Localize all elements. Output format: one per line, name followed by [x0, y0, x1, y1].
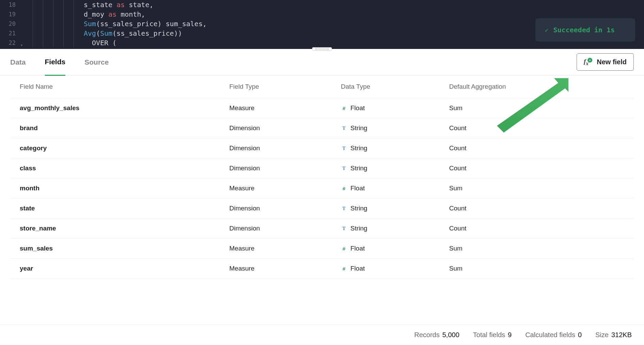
code-content: s_state as state,: [84, 1, 154, 9]
fields-table: Field Name Field Type Data Type Default …: [10, 75, 634, 279]
cell-default-agg: Sum: [449, 98, 634, 118]
cell-field-name: year: [10, 259, 229, 279]
cell-field-name: category: [10, 138, 229, 158]
table-row[interactable]: classDimensionTStringCount: [10, 158, 634, 178]
tab-fields[interactable]: Fields: [45, 49, 66, 76]
col-field-type[interactable]: Field Type: [229, 75, 341, 98]
cell-field-type: Dimension: [229, 118, 341, 138]
cell-default-agg: Sum: [449, 239, 634, 259]
data-type-label: String: [351, 124, 368, 132]
line-number: 19: [0, 11, 22, 18]
new-field-button[interactable]: fx+ New field: [577, 53, 634, 71]
indent-guides: [33, 19, 84, 29]
line-number: 21: [0, 30, 22, 37]
cell-data-type: TString: [341, 118, 449, 138]
table-row[interactable]: store_nameDimensionTStringCount: [10, 219, 634, 239]
cell-field-type: Dimension: [229, 158, 341, 178]
text-icon: T: [341, 145, 347, 151]
table-row[interactable]: categoryDimensionTStringCount: [10, 138, 634, 158]
table-row[interactable]: avg_monthly_salesMeasure#FloatSum: [10, 98, 634, 118]
tab-data[interactable]: Data: [10, 49, 26, 75]
table-row[interactable]: monthMeasure#FloatSum: [10, 178, 634, 199]
text-icon: T: [341, 165, 347, 171]
indent-guides: [33, 29, 84, 38]
cell-field-type: Dimension: [229, 199, 341, 219]
col-default-agg[interactable]: Default Aggregation: [449, 75, 634, 98]
hash-icon: #: [341, 105, 347, 111]
indent-guides: [33, 38, 84, 48]
data-type-label: String: [351, 225, 368, 232]
indent-guides: [33, 10, 84, 19]
cell-data-type: #Float: [341, 239, 449, 259]
cell-field-type: Measure: [229, 98, 341, 118]
cell-field-type: Measure: [229, 239, 341, 259]
cell-data-type: TString: [341, 158, 449, 178]
data-type-label: String: [351, 165, 368, 172]
table-row[interactable]: sum_salesMeasure#FloatSum: [10, 239, 634, 259]
line-number: 20: [0, 20, 22, 27]
code-content: d_moy as month,: [84, 10, 145, 18]
cell-field-type: Dimension: [229, 138, 341, 158]
cell-field-type: Measure: [229, 259, 341, 279]
data-type-label: Float: [351, 265, 365, 272]
data-type-label: String: [351, 205, 368, 212]
fx-icon: fx+: [584, 58, 593, 67]
editor-line[interactable]: 19d_moy as month,: [0, 10, 644, 19]
code-content: Avg(Sum(ss_sales_price)): [84, 29, 182, 37]
table-row[interactable]: stateDimensionTStringCount: [10, 199, 634, 219]
cell-field-name: brand: [10, 118, 229, 138]
text-icon: T: [341, 205, 347, 211]
cell-field-name: state: [10, 199, 229, 219]
editor-line[interactable]: 18s_state as state,: [0, 0, 644, 10]
hash-icon: #: [341, 185, 347, 191]
fields-table-wrap: Field Name Field Type Data Type Default …: [0, 75, 644, 279]
new-field-label: New field: [597, 58, 627, 66]
data-type-label: Float: [351, 104, 365, 112]
check-icon: ✓: [545, 27, 549, 34]
cell-data-type: #Float: [341, 98, 449, 118]
cell-default-agg: Count: [449, 118, 634, 138]
cell-data-type: TString: [341, 199, 449, 219]
col-field-name[interactable]: Field Name: [10, 75, 229, 98]
cell-field-type: Dimension: [229, 219, 341, 239]
cell-data-type: #Float: [341, 178, 449, 199]
cell-field-type: Measure: [229, 178, 341, 199]
cell-default-agg: Count: [449, 199, 634, 219]
cell-default-agg: Count: [449, 158, 634, 178]
data-type-label: Float: [351, 185, 365, 192]
cell-data-type: TString: [341, 219, 449, 239]
line-number: 22: [0, 39, 22, 46]
data-type-label: Float: [351, 245, 365, 252]
cell-field-name: store_name: [10, 219, 229, 239]
cell-field-name: avg_monthly_sales: [10, 98, 229, 118]
tab-source[interactable]: Source: [84, 49, 109, 75]
table-row[interactable]: brandDimensionTStringCount: [10, 118, 634, 138]
cell-default-agg: Count: [449, 219, 634, 239]
sql-editor[interactable]: 18s_state as state,19d_moy as month,20Su…: [0, 0, 644, 49]
text-icon: T: [341, 225, 347, 231]
status-badge: ✓Succeeded in 1s: [535, 18, 635, 41]
text-icon: T: [341, 125, 347, 131]
cell-field-name: class: [10, 158, 229, 178]
col-data-type[interactable]: Data Type: [341, 75, 449, 98]
cell-default-agg: Count: [449, 138, 634, 158]
table-row[interactable]: yearMeasure#FloatSum: [10, 259, 634, 279]
cell-default-agg: Sum: [449, 178, 634, 199]
indent-guides: [33, 0, 84, 10]
resize-handle[interactable]: [312, 47, 332, 51]
cell-data-type: TString: [341, 138, 449, 158]
code-content: OVER (: [84, 39, 116, 47]
cell-default-agg: Sum: [449, 259, 634, 279]
hash-icon: #: [341, 245, 347, 252]
status-text: Succeeded in 1s: [553, 26, 615, 34]
cell-field-name: sum_sales: [10, 239, 229, 259]
hash-icon: #: [341, 265, 347, 272]
code-content: Sum(ss_sales_price) sum_sales,: [84, 20, 207, 28]
data-type-label: String: [351, 144, 368, 152]
line-number: 18: [0, 1, 22, 8]
tabs-bar: Data Fields Source fx+ New field: [0, 49, 644, 75]
cell-field-name: month: [10, 178, 229, 199]
cell-data-type: #Float: [341, 259, 449, 279]
